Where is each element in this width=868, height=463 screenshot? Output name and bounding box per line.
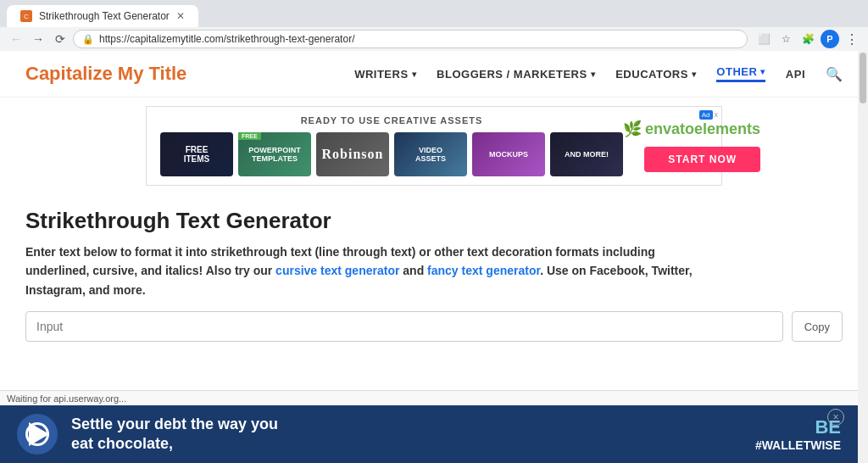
chevron-down-icon: ▾ <box>760 67 765 76</box>
cast-button[interactable]: ⬜ <box>754 30 773 48</box>
ad-items-list: FREEITEMS FREE POWERPOINTTEMPLATES Robin… <box>160 132 623 176</box>
ad-fonts[interactable]: Robinson <box>316 132 389 176</box>
fancy-link[interactable]: fancy text generator <box>427 264 540 277</box>
scrollbar-track <box>858 51 868 463</box>
search-icon[interactable]: 🔍 <box>826 66 843 82</box>
nav-bloggers[interactable]: BLOGGERS / MARKETERS ▾ <box>437 68 595 81</box>
ad-item-wrap: AND MORE! <box>550 132 623 176</box>
refresh-button[interactable]: ⟳ <box>51 30 70 48</box>
address-bar[interactable]: 🔒 https://capitalizemytitle.com/striketh… <box>73 30 748 48</box>
site-logo: Capitalize My Title <box>25 63 186 85</box>
forward-button[interactable]: → <box>29 30 47 48</box>
ad-item-wrap: MOCKUPS <box>472 132 545 176</box>
menu-button[interactable]: ⋮ <box>843 30 861 48</box>
start-now-button[interactable]: START NOW <box>644 147 760 172</box>
nav-actions: ⬜ ☆ 🧩 P ⋮ <box>754 30 861 48</box>
page-content: Capitalize My Title WRITERS ▾ BLOGGERS /… <box>0 51 868 463</box>
navigation-bar: ← → ⟳ 🔒 https://capitalizemytitle.com/st… <box>0 27 868 51</box>
back-button[interactable]: ← <box>7 30 25 48</box>
tab-bar: C Strikethrough Text Generator ✕ <box>0 0 868 27</box>
ad-banner: Ad x READY TO USE CREATIVE ASSETS FREEIT… <box>146 106 722 186</box>
site-header: Capitalize My Title WRITERS ▾ BLOGGERS /… <box>0 51 868 98</box>
browser-chrome: C Strikethrough Text Generator ✕ ← → ⟳ 🔒… <box>0 0 868 51</box>
tab-favicon: C <box>20 10 32 22</box>
ad-item-wrap: Robinson <box>316 132 389 176</box>
ad-title: READY TO USE CREATIVE ASSETS <box>160 115 623 126</box>
tab-close-button[interactable]: ✕ <box>176 10 185 22</box>
ad-label: Ad x <box>699 110 718 120</box>
profile-button[interactable]: P <box>821 30 839 48</box>
bookmark-button[interactable]: ☆ <box>776 30 795 48</box>
logo-black-text: Capitalize <box>25 63 118 84</box>
ad-item-wrap: VIDEOASSETS <box>394 132 467 176</box>
bottom-ad-text: Settle your debt the way you eat chocola… <box>71 415 742 455</box>
ad-item-wrap: FREEITEMS <box>160 132 233 176</box>
bottom-ad-icon <box>17 414 58 455</box>
ad-mockups[interactable]: MOCKUPS <box>472 132 545 176</box>
page-description: Enter text below to format it into strik… <box>25 243 704 299</box>
nav-writers[interactable]: WRITERS ▾ <box>354 68 416 81</box>
bottom-ad-banner: Settle your debt the way you eat chocola… <box>0 405 858 463</box>
text-input[interactable] <box>25 311 783 342</box>
logo-orange-text: My Title <box>118 63 187 84</box>
tab-title: Strikethrough Text Generator <box>39 10 170 22</box>
ad-free-items[interactable]: FREEITEMS <box>160 132 233 176</box>
ad-right-section: 🌿 envatoelements START NOW <box>623 120 760 172</box>
description-bold-text: Enter text below to format it into strik… <box>25 245 693 297</box>
chevron-down-icon: ▾ <box>412 70 417 79</box>
chevron-down-icon: ▾ <box>692 70 697 79</box>
ad-video[interactable]: VIDEOASSETS <box>394 132 467 176</box>
nav-other[interactable]: OTHER ▾ <box>716 65 765 82</box>
envato-text: envatoelements <box>645 120 760 138</box>
bottom-ad-close-button[interactable]: × <box>827 409 844 426</box>
input-area: Copy <box>25 311 843 342</box>
main-content-area: Strikethrough Text Generator Enter text … <box>0 194 868 355</box>
nav-educators[interactable]: EDUCATORS ▾ <box>615 68 696 81</box>
url-text: https://capitalizemytitle.com/strikethro… <box>99 33 738 45</box>
chevron-down-icon: ▾ <box>591 70 596 79</box>
bottom-ad-hashtag: #WALLETWISE <box>755 438 841 452</box>
envato-logo: 🌿 envatoelements <box>623 120 760 138</box>
ad-left-section: READY TO USE CREATIVE ASSETS FREEITEMS F… <box>160 115 623 176</box>
lock-icon: 🔒 <box>82 34 94 45</box>
page-heading: Strikethrough Text Generator <box>25 208 843 234</box>
envato-leaf-icon: 🌿 <box>623 120 642 138</box>
nav-api[interactable]: API <box>786 68 805 81</box>
status-bar: Waiting for api.userway.org... <box>0 390 858 405</box>
site-navigation: WRITERS ▾ BLOGGERS / MARKETERS ▾ EDUCATO… <box>354 65 843 82</box>
ad-badge: FREE <box>238 132 261 140</box>
cursive-link[interactable]: cursive text generator <box>275 264 399 277</box>
scrollbar-thumb[interactable] <box>860 53 866 103</box>
extension-button[interactable]: 🧩 <box>798 30 817 48</box>
status-text: Waiting for api.userway.org... <box>7 393 126 404</box>
copy-button[interactable]: Copy <box>792 311 843 342</box>
ad-item-wrap: FREE POWERPOINTTEMPLATES <box>238 132 311 176</box>
ad-more[interactable]: AND MORE! <box>550 132 623 176</box>
browser-tab[interactable]: C Strikethrough Text Generator ✕ <box>7 5 198 27</box>
play-icon <box>29 422 49 446</box>
